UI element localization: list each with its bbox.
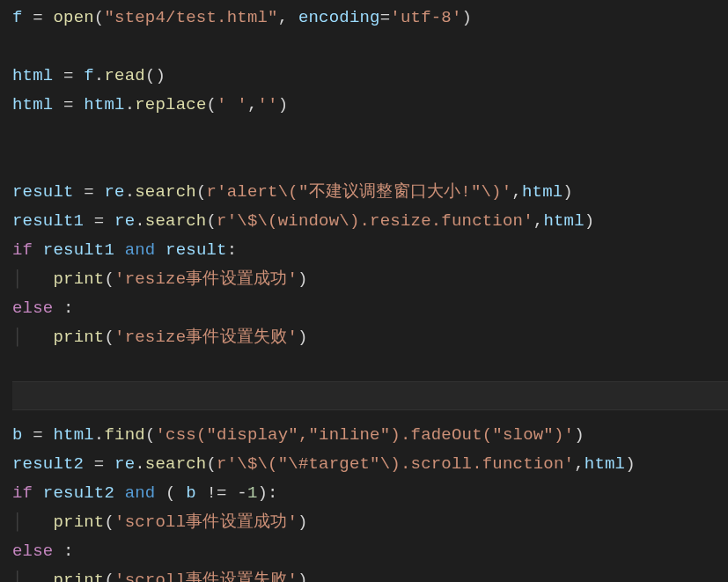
token-punct: ) <box>298 512 308 532</box>
token-punct: . <box>135 454 145 474</box>
token-str: ' ' <box>217 95 247 114</box>
token-punct: = <box>380 8 391 27</box>
token-func: open <box>53 8 93 27</box>
token-var: encoding <box>298 8 380 27</box>
token-var: html <box>585 454 625 474</box>
token-punct: ( <box>206 211 217 231</box>
token-str: r'\$\("\#target"\).scroll.function' <box>217 454 574 474</box>
token-punct: ( <box>94 8 105 27</box>
token-punct: : <box>227 240 238 260</box>
token-func: search <box>145 211 207 231</box>
token-str: 'css("display","inline").fadeOut("slow")… <box>155 425 574 445</box>
token-punct: ( <box>196 182 207 202</box>
token-var: result <box>12 182 74 202</box>
token-punct: ( <box>104 269 114 289</box>
token-var: re <box>104 182 124 202</box>
token-var: result1 <box>43 240 114 260</box>
token-punct: ( <box>145 425 156 445</box>
code-line[interactable]: if result1 and result: <box>12 240 237 260</box>
token-ind: │ <box>12 512 53 532</box>
token-punct: ( <box>155 483 186 503</box>
code-line[interactable]: result1 = re.search(r'\$\(window\).resiz… <box>12 211 594 231</box>
token-punct: ) <box>574 425 585 445</box>
code-line[interactable]: f = open("step4/test.html", encoding='ut… <box>12 8 472 27</box>
token-punct <box>33 483 43 503</box>
token-str: 'utf-8' <box>390 8 461 27</box>
token-var: b <box>186 483 196 503</box>
token-punct: , <box>247 95 258 114</box>
code-line[interactable]: result = re.search(r'alert\("不建议调整窗口大小!"… <box>12 182 573 202</box>
token-punct: ( <box>104 328 114 347</box>
token-func: print <box>53 269 104 289</box>
token-var: html <box>522 182 563 202</box>
token-key: if <box>12 240 33 260</box>
token-num: 1 <box>247 483 258 503</box>
code-editor[interactable]: f = open("step4/test.html", encoding='ut… <box>0 0 728 582</box>
token-blue: and <box>125 240 156 260</box>
token-func: print <box>53 512 104 532</box>
token-punct: = <box>53 66 84 85</box>
current-line-highlight <box>12 381 728 410</box>
token-punct: () <box>145 66 165 85</box>
code-line[interactable]: │ print('resize事件设置失败') <box>12 328 308 347</box>
token-func: read <box>104 66 144 85</box>
token-var: result <box>165 240 227 260</box>
token-punct: . <box>135 211 145 231</box>
token-punct: , <box>533 211 544 231</box>
token-punct <box>114 483 125 503</box>
token-var: f <box>84 66 94 85</box>
code-line[interactable]: │ print('resize事件设置成功') <box>12 269 308 289</box>
code-line[interactable]: │ print('scroll事件设置失败') <box>12 571 308 582</box>
token-punct: = <box>84 211 114 231</box>
token-punct: . <box>125 95 136 114</box>
code-line[interactable]: │ print('scroll事件设置成功') <box>12 512 308 532</box>
token-punct <box>114 240 125 260</box>
token-punct: ) <box>298 269 308 289</box>
code-line[interactable]: html = f.read() <box>12 66 165 85</box>
token-var: result2 <box>12 454 84 474</box>
token-punct: ( <box>104 571 114 582</box>
token-punct: != - <box>196 483 247 503</box>
token-str: '' <box>258 95 278 114</box>
token-punct: : <box>53 298 73 318</box>
token-var: html <box>12 66 53 85</box>
code-line[interactable]: else : <box>12 541 74 561</box>
token-var: html <box>84 95 124 114</box>
token-ind: │ <box>12 571 53 582</box>
code-line[interactable]: b = html.find('css("display","inline").f… <box>12 425 585 445</box>
code-line[interactable]: else : <box>12 298 74 318</box>
token-str: 'scroll事件设置失败' <box>114 571 298 582</box>
token-punct: ( <box>104 512 114 532</box>
token-punct: ) <box>298 328 308 347</box>
token-punct: ): <box>258 483 278 503</box>
token-func: print <box>53 571 104 582</box>
token-var: html <box>543 211 584 231</box>
token-key: else <box>12 298 53 318</box>
token-var: f <box>12 8 23 27</box>
token-func: find <box>104 425 144 445</box>
token-punct: = <box>74 182 105 202</box>
token-ind: │ <box>12 269 53 289</box>
token-punct: ( <box>206 454 217 474</box>
token-punct: ( <box>206 95 217 114</box>
token-punct <box>155 240 165 260</box>
token-punct: ) <box>298 571 308 582</box>
token-str: r'\$\(window\).resize.function' <box>217 211 533 231</box>
token-punct: . <box>94 425 105 445</box>
token-var: re <box>114 454 135 474</box>
token-punct: = <box>23 425 54 445</box>
token-var: re <box>114 211 135 231</box>
code-line[interactable]: if result2 and ( b != -1): <box>12 483 278 503</box>
token-var: html <box>12 95 53 114</box>
code-line[interactable]: html = html.replace(' ','') <box>12 95 288 114</box>
token-str: 'scroll事件设置成功' <box>114 512 298 532</box>
token-var: result1 <box>12 211 84 231</box>
token-var: b <box>12 425 23 445</box>
token-str: r'alert\("不建议调整窗口大小!"\)' <box>207 182 512 202</box>
token-punct: ) <box>278 95 289 114</box>
code-line[interactable]: result2 = re.search(r'\$\("\#target"\).s… <box>12 454 636 474</box>
token-punct: , <box>511 182 522 202</box>
token-punct: . <box>125 182 136 202</box>
token-var: result2 <box>43 483 114 503</box>
token-punct: ) <box>462 8 473 27</box>
